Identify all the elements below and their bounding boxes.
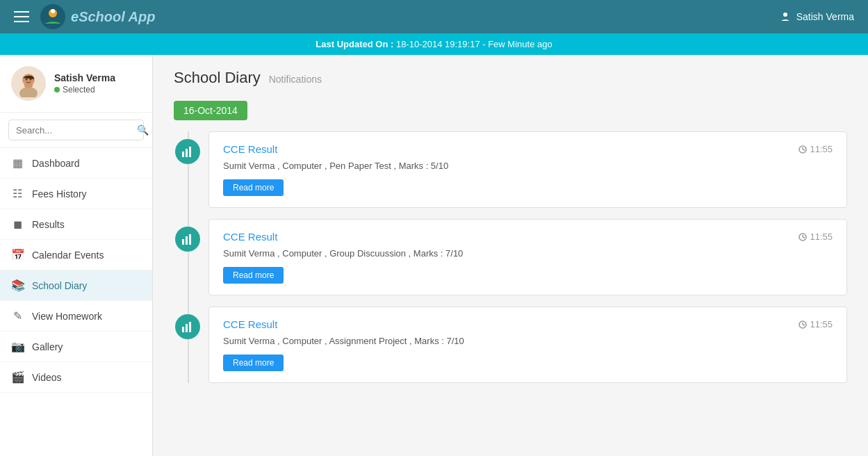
card-header-1: CCE Result 11:55 bbox=[223, 143, 833, 155]
profile-section: Satish Verma Selected bbox=[0, 55, 152, 113]
grid-icon: ▦ bbox=[11, 156, 24, 170]
top-header: eSchool App Satish Verma bbox=[0, 0, 868, 33]
timeline-icon-2 bbox=[175, 227, 200, 252]
status-label: Selected bbox=[63, 85, 95, 95]
svg-rect-16 bbox=[182, 239, 184, 245]
search-box: 🔍 bbox=[8, 120, 144, 140]
banner-datetime: 18-10-2014 19:19:17 - Few Minute ago bbox=[396, 39, 552, 49]
status-dot bbox=[54, 87, 60, 92]
timeline: CCE Result 11:55 Sumit Verma , Computer … bbox=[174, 131, 847, 383]
svg-point-5 bbox=[19, 87, 38, 97]
page-subtitle: Notifications bbox=[269, 74, 322, 85]
svg-point-2 bbox=[51, 9, 55, 13]
clock-icon-1 bbox=[799, 145, 807, 154]
logo: eSchool App bbox=[40, 4, 156, 29]
page-title-area: School Diary Notifications bbox=[174, 69, 847, 87]
update-banner: Last Updated On : 18-10-2014 19:19:17 - … bbox=[0, 33, 868, 55]
notification-card-3: CCE Result 11:55 Sumit Verma , Computer … bbox=[208, 307, 847, 383]
main-layout: Satish Verma Selected 🔍 ▦ Dashboard ☷ bbox=[0, 55, 868, 456]
notification-card-1: CCE Result 11:55 Sumit Verma , Computer … bbox=[208, 131, 847, 208]
card-title-3: CCE Result bbox=[223, 318, 277, 330]
sidebar-nav: ▦ Dashboard ☷ Fees History ◼ Results 📅 C… bbox=[0, 148, 152, 393]
user-icon bbox=[780, 11, 791, 22]
page-title: School Diary bbox=[174, 69, 261, 87]
banner-label: Last Updated On : bbox=[316, 39, 393, 49]
nav-label-fees-history: Fees History bbox=[32, 188, 87, 200]
nav-label-results: Results bbox=[32, 219, 65, 230]
card-body-2: Sumit Verma , Computer , Group Discuussi… bbox=[223, 248, 833, 259]
svg-rect-23 bbox=[186, 324, 188, 332]
avatar bbox=[11, 66, 46, 101]
svg-line-27 bbox=[803, 325, 805, 325]
book-icon: 📚 bbox=[11, 279, 24, 292]
card-body-3: Sumit Verma , Computer , Assignment Proj… bbox=[223, 336, 833, 346]
card-body-1: Sumit Verma , Computer , Pen Paper Test … bbox=[223, 161, 833, 171]
svg-rect-24 bbox=[189, 322, 191, 332]
chart-icon-2 bbox=[181, 233, 194, 245]
clock-icon-2 bbox=[799, 233, 807, 241]
svg-rect-11 bbox=[186, 149, 188, 157]
main-content: School Diary Notifications 16-Oct-2014 C… bbox=[153, 55, 868, 456]
svg-point-8 bbox=[26, 79, 28, 81]
sidebar: Satish Verma Selected 🔍 ▦ Dashboard ☷ bbox=[0, 55, 153, 456]
header-left: eSchool App bbox=[14, 4, 156, 29]
nav-label-calendar-events: Calendar Events bbox=[32, 250, 104, 261]
svg-rect-18 bbox=[189, 234, 191, 245]
svg-rect-12 bbox=[189, 147, 191, 157]
clock-icon-3 bbox=[799, 320, 807, 329]
chart-icon-1 bbox=[181, 145, 194, 158]
profile-info: Satish Verma Selected bbox=[54, 72, 115, 95]
svg-line-21 bbox=[803, 237, 805, 238]
search-container: 🔍 bbox=[0, 113, 152, 148]
nav-label-gallery: Gallery bbox=[32, 341, 63, 352]
nav-label-videos: Videos bbox=[32, 372, 62, 383]
svg-point-3 bbox=[783, 13, 787, 17]
card-time-1: 11:55 bbox=[799, 144, 833, 154]
bar-chart-icon: ◼ bbox=[11, 218, 24, 231]
read-more-button-1[interactable]: Read more bbox=[223, 179, 284, 196]
read-more-button-3[interactable]: Read more bbox=[223, 355, 284, 371]
search-icon: 🔍 bbox=[137, 124, 149, 136]
timeline-icon-3 bbox=[175, 314, 200, 339]
film-icon: 🎬 bbox=[11, 370, 24, 384]
nav-label-school-diary: School Diary bbox=[32, 280, 87, 291]
header-username: Satish Verma bbox=[796, 11, 854, 22]
card-time-2: 11:55 bbox=[799, 231, 833, 242]
camera-icon: 📷 bbox=[11, 340, 24, 353]
sidebar-item-view-homework[interactable]: ✎ View Homework bbox=[0, 301, 152, 332]
header-right: Satish Verma bbox=[780, 11, 854, 22]
sidebar-item-school-diary[interactable]: 📚 School Diary bbox=[0, 270, 152, 301]
sidebar-item-calendar-events[interactable]: 📅 Calendar Events bbox=[0, 240, 152, 270]
sidebar-item-fees-history[interactable]: ☷ Fees History bbox=[0, 179, 152, 209]
logo-icon bbox=[40, 4, 65, 29]
nav-label-dashboard: Dashboard bbox=[32, 158, 80, 169]
card-title-2: CCE Result bbox=[223, 231, 277, 243]
svg-rect-22 bbox=[182, 327, 184, 332]
dollar-icon: ☷ bbox=[11, 187, 24, 200]
timeline-icon-1 bbox=[175, 139, 200, 164]
sidebar-item-dashboard[interactable]: ▦ Dashboard bbox=[0, 148, 152, 179]
notification-card-2: CCE Result 11:55 Sumit Verma , Computer … bbox=[208, 219, 847, 295]
calendar-icon: 📅 bbox=[11, 248, 24, 261]
sidebar-item-results[interactable]: ◼ Results bbox=[0, 209, 152, 240]
card-time-3: 11:55 bbox=[799, 319, 833, 329]
date-badge: 16-Oct-2014 bbox=[174, 101, 247, 120]
profile-name: Satish Verma bbox=[54, 72, 115, 83]
nav-label-view-homework: View Homework bbox=[32, 311, 102, 322]
read-more-button-2[interactable]: Read more bbox=[223, 267, 284, 284]
card-title-1: CCE Result bbox=[223, 143, 277, 155]
card-header-3: CCE Result 11:55 bbox=[223, 318, 833, 330]
svg-rect-17 bbox=[186, 236, 188, 245]
sidebar-item-videos[interactable]: 🎬 Videos bbox=[0, 362, 152, 393]
sidebar-item-gallery[interactable]: 📷 Gallery bbox=[0, 332, 152, 362]
chart-icon-3 bbox=[181, 320, 194, 333]
card-header-2: CCE Result 11:55 bbox=[223, 231, 833, 243]
search-input[interactable] bbox=[16, 125, 133, 136]
profile-status: Selected bbox=[54, 85, 115, 95]
svg-line-15 bbox=[803, 149, 805, 150]
svg-rect-10 bbox=[182, 152, 184, 157]
logo-text: eSchool App bbox=[71, 9, 156, 25]
avatar-image bbox=[15, 70, 42, 97]
pencil-icon: ✎ bbox=[11, 309, 24, 323]
hamburger-menu[interactable] bbox=[14, 11, 29, 22]
